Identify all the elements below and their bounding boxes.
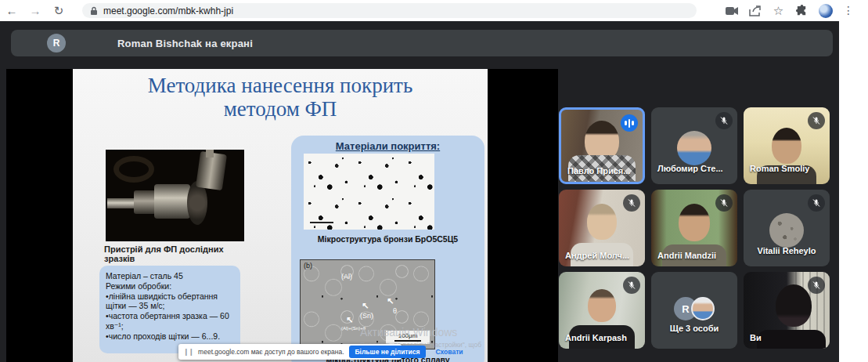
mic-off-icon [623, 194, 640, 212]
participant-tile-vitalii[interactable]: Vitalii Reheylo [744, 190, 830, 266]
screen-share-stage: Методика нанесення покрить методом ФП Пр… [6, 69, 558, 362]
share-icon[interactable] [748, 4, 762, 17]
screenshot-root: ← → ↻ meet.google.com/mbk-kwhh-jpi ☆ ⋮ R… [0, 0, 868, 362]
browser-menu-icon[interactable]: ⋮ [843, 0, 854, 21]
participant-name: Ще 3 особи [651, 324, 737, 333]
theta-phase-label: θ [393, 307, 397, 315]
extensions-icon[interactable] [795, 4, 809, 17]
participant-avatar [677, 131, 711, 165]
forward-arrow-icon[interactable]: → [23, 0, 47, 21]
sn-phase-label: (Sn) [360, 312, 373, 320]
participant-name: Andrii Karpash [565, 333, 627, 342]
mic-off-icon [808, 194, 825, 212]
slide-title: Методика нанесення покрить методом ФП [73, 74, 488, 121]
url-text: meet.google.com/mbk-kwhh-jpi [103, 5, 233, 16]
participant-tile-lyubomyr[interactable]: Любомир Сте... [651, 107, 737, 184]
share-message: meet.google.com має доступ до вашого екр… [198, 348, 344, 356]
drag-handle-icon[interactable]: ❙❙ [183, 348, 193, 356]
processing-params-box: Матеріал – сталь 45 Режими обробки: •лін… [99, 266, 240, 353]
bronze-micrograph-caption: Мікроструктура бронзи БрО5С5Ц5 [291, 234, 484, 244]
participant-name: Ви [750, 333, 762, 342]
arrow-icon: ↖ [362, 301, 369, 311]
participant-name: Roman Smoliy [750, 164, 809, 173]
mic-off-icon [808, 112, 825, 129]
address-bar[interactable]: meet.google.com/mbk-kwhh-jpi [82, 3, 697, 18]
presentation-slide: Методика нанесення покрить методом ФП Пр… [73, 69, 488, 362]
participant-name: Павло Прися... [567, 166, 630, 176]
materials-heading: Матеріали покриття: [291, 140, 484, 152]
star-icon[interactable]: ☆ [772, 4, 785, 17]
participant-tile-roman[interactable]: Roman Smoliy [744, 107, 830, 184]
mic-off-icon [808, 277, 825, 294]
arrow-icon: ↖ [387, 296, 394, 306]
participant-avatar [769, 213, 804, 248]
mic-off-icon [623, 277, 640, 294]
mic-off-icon [715, 194, 733, 212]
participant-tile-you[interactable]: Ви [744, 272, 830, 349]
participant-tile-overflow[interactable]: R Ще 3 особи [651, 272, 737, 349]
overflow-avatars: R [674, 297, 715, 320]
right-gutter [839, 21, 868, 362]
al-phase-label: (Al) [341, 273, 352, 281]
presenter-banner: R Roman Bishchak на екрані [11, 30, 833, 56]
device-photo [106, 150, 244, 241]
hide-toast-button[interactable]: Сховати [430, 347, 467, 357]
screen-share-toast: ❙❙ meet.google.com має доступ до вашого … [178, 344, 402, 360]
participant-tile-mandzii[interactable]: Andrii Mandzii [651, 190, 737, 266]
back-arrow-icon[interactable]: ← [0, 0, 23, 21]
lock-icon [90, 6, 98, 16]
camera-icon[interactable] [725, 4, 738, 17]
presenter-label: Roman Bishchak на екрані [117, 38, 253, 49]
overflow-photo-avatar [691, 297, 715, 320]
speaking-indicator-icon [621, 114, 638, 132]
reload-icon[interactable]: ↻ [47, 0, 70, 21]
participant-name: Любомир Сте... [657, 164, 723, 173]
participant-name: Andrii Mandzii [657, 251, 716, 260]
meet-page: R Roman Bishchak на екрані Методика нане… [0, 21, 839, 362]
stop-sharing-button[interactable]: Більше не ділитися [349, 346, 427, 358]
device-photo-caption: Пристрій для ФП дослідних зразків [104, 244, 249, 263]
mic-off-icon [715, 112, 733, 129]
participant-tile-karpash[interactable]: Andrii Karpash [559, 272, 645, 349]
presenter-avatar: R [47, 34, 66, 52]
participant-tile-pavlo[interactable]: Павло Прися... [559, 107, 645, 184]
arrow-icon: ↖ [346, 315, 353, 325]
participant-name: Vitalii Reheylo [744, 246, 830, 255]
participant-tile-andrey[interactable]: Андрей Молч... [559, 190, 645, 266]
micrograph-frame-label: (b) [304, 262, 312, 270]
browser-toolbar: ← → ↻ meet.google.com/mbk-kwhh-jpi ☆ ⋮ [0, 0, 868, 21]
participant-name: Андрей Молч... [565, 251, 629, 260]
bronze-micrograph [304, 154, 434, 230]
profile-avatar[interactable] [819, 4, 833, 18]
